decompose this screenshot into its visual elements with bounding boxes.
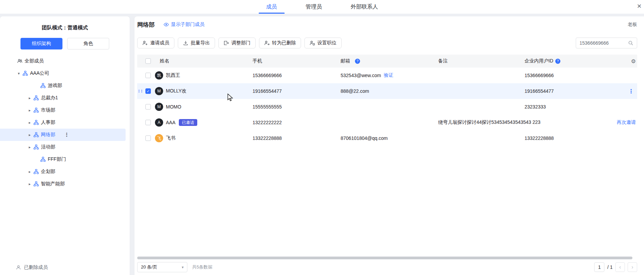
tab-admins[interactable]: 管理员 — [296, 0, 332, 14]
tree-item-label: 游戏部 — [48, 83, 62, 89]
department-icon — [33, 132, 40, 138]
current-page-input[interactable]: 1 — [594, 262, 604, 272]
search-icon[interactable] — [628, 40, 633, 46]
person-badge-icon — [310, 40, 315, 46]
table-row[interactable]: A AAA 已邀请 13222222222 绕弯儿翁探讨探讨44探讨534534… — [137, 115, 637, 130]
more-icon[interactable]: ⋮ — [64, 132, 69, 138]
chevron-right-icon: › — [631, 264, 633, 270]
tree-item-hr-dept[interactable]: ▸ 人事部 — [0, 116, 126, 129]
drag-handle-icon[interactable]: ⋮⋮ — [137, 89, 144, 93]
show-sub-department-toggle[interactable]: 显示子部门成员 — [163, 21, 204, 28]
tree-item-fff-dept[interactable]: FFF部门 — [0, 153, 126, 165]
caret-down-icon[interactable]: ▾ — [16, 71, 22, 76]
deleted-members-entry[interactable]: 已删除成员 — [0, 260, 130, 275]
search-input[interactable] — [579, 40, 625, 46]
scrollbar-thumb[interactable] — [137, 257, 632, 259]
chevron-left-icon: ‹ — [619, 264, 621, 270]
tree-item-label: 人事部 — [41, 119, 55, 126]
total-count-label: 共5条数据 — [192, 264, 212, 270]
reinvite-link[interactable]: 再次邀请 — [617, 119, 636, 126]
table-row[interactable]: M MOMO 15555555555 23232333 — [137, 99, 637, 115]
page-title: 网络部 — [137, 21, 155, 29]
tree-item-president-office[interactable]: ▸ 总裁办1 — [0, 92, 126, 104]
main-panel: 网络部 显示子部门成员 老板 — [134, 16, 644, 275]
top-tabs: 成员 管理员 外部联系人 — [257, 0, 388, 14]
row-checkbox[interactable] — [145, 88, 151, 94]
tree-item-aaa-company[interactable]: ▾ AAA公司 — [0, 67, 126, 79]
main-header: 网络部 显示子部门成员 老板 — [137, 16, 637, 33]
close-icon[interactable]: ✕ — [635, 3, 643, 10]
tree-item-planning-dept[interactable]: ▸ 企划部 — [0, 165, 126, 178]
row-checkbox[interactable] — [145, 120, 151, 125]
tree-item-activity-dept[interactable]: ▸ 活动部 — [0, 141, 126, 153]
table-row[interactable]: ⋮⋮ M MOLLY改 19166554477 888@22.com 19166… — [137, 83, 637, 99]
caret-right-icon[interactable]: ▸ — [27, 108, 33, 113]
eye-icon — [163, 22, 169, 27]
member-phone: 13322228888 — [253, 135, 341, 141]
member-phone: 13222222222 — [253, 120, 341, 125]
row-checkbox[interactable] — [145, 73, 151, 78]
department-icon — [33, 107, 40, 113]
row-checkbox[interactable] — [145, 135, 151, 141]
help-icon[interactable]: ? — [555, 59, 560, 64]
row-more-icon[interactable]: ⋮ — [626, 88, 636, 95]
tree-item-smart-capacity-dept[interactable]: ▸ 智能产能部 — [0, 178, 126, 190]
help-icon[interactable]: ? — [355, 59, 360, 64]
invite-member-label: 邀请成员 — [150, 40, 169, 46]
owner-label: 老板 — [628, 21, 637, 28]
tree-item-game-dept[interactable]: 游戏部 — [0, 79, 126, 92]
tab-members[interactable]: 成员 — [257, 0, 287, 14]
caret-right-icon[interactable]: ▸ — [27, 133, 33, 137]
adjust-department-button[interactable]: 调整部门 — [218, 38, 256, 48]
row-checkbox[interactable] — [145, 104, 151, 110]
tree-item-label: 总裁办1 — [41, 95, 58, 101]
page-size-select[interactable]: 20 条/页 ▾ — [137, 262, 187, 272]
department-icon — [33, 181, 40, 187]
tree-item-all-members[interactable]: 全部成员 — [0, 55, 126, 67]
member-name: MOMO — [166, 104, 181, 110]
tree-item-label: FFF部门 — [48, 156, 66, 162]
avatar: M — [155, 103, 163, 111]
table-row[interactable]: 飞 飞书 13322228888 8706101804@qq.com 13322… — [137, 130, 637, 146]
tree-item-label: 网络部 — [41, 132, 55, 138]
column-header-email: 邮箱 ? — [341, 58, 438, 64]
select-all-checkbox[interactable] — [145, 58, 151, 64]
caret-right-icon[interactable]: ▸ — [27, 120, 33, 125]
tab-external-contacts[interactable]: 外部联系人 — [341, 0, 388, 14]
next-page-button[interactable]: › — [628, 262, 637, 272]
tree-item-label: 企划部 — [41, 169, 55, 175]
member-management-window: 成员 管理员 外部联系人 ✕ 团队模式：普通模式 组织架构 角色 — [0, 0, 644, 275]
members-table: 姓名 手机 邮箱 ? 备注 企业内用户ID ? ⚙ — [137, 55, 637, 146]
member-email-cell: 532543@wew.com 验证 — [341, 72, 438, 78]
tree-item-market-dept[interactable]: ▸ 市场部 — [0, 104, 126, 116]
tab-admins-label: 管理员 — [306, 3, 322, 11]
deleted-members-label: 已删除成员 — [24, 264, 48, 271]
member-phone: 15366669666 — [253, 73, 341, 78]
tree-item-label: AAA公司 — [30, 70, 49, 76]
caret-right-icon[interactable]: ▸ — [27, 182, 33, 186]
column-header-user-id: 企业内用户ID ? — [525, 58, 603, 64]
table-row[interactable]: 凯 凯西王 15366669666 532543@wew.com 验证 1536… — [137, 68, 637, 83]
tree-item-label: 全部成员 — [25, 58, 44, 64]
segment-roles[interactable]: 角色 — [67, 38, 109, 49]
tree-item-network-dept[interactable]: ▸ 网络部 ⋮ — [0, 129, 126, 141]
batch-export-button[interactable]: 批量导出 — [178, 38, 215, 48]
column-settings-icon[interactable]: ⚙ — [631, 58, 636, 64]
verify-email-link[interactable]: 验证 — [384, 72, 393, 78]
caret-right-icon[interactable]: ▸ — [27, 170, 33, 174]
invite-member-button[interactable]: 邀请成员 — [137, 38, 174, 48]
member-user-id: 13322228888 — [525, 135, 603, 141]
toolbar: 邀请成员 批量导出 调整部门 — [137, 38, 637, 48]
segment-org-structure[interactable]: 组织架构 — [20, 38, 62, 49]
table-empty-space — [137, 146, 637, 257]
set-position-button[interactable]: 设置职位 — [304, 38, 342, 48]
convert-to-deleted-button[interactable]: 转为已删除 — [259, 38, 301, 48]
show-sub-department-label: 显示子部门成员 — [171, 21, 204, 28]
member-phone: 15555555555 — [253, 104, 341, 110]
prev-page-button[interactable]: ‹ — [615, 262, 625, 272]
caret-right-icon[interactable]: ▸ — [27, 96, 33, 100]
department-icon — [33, 120, 40, 125]
member-user-id: 23232333 — [525, 104, 603, 110]
caret-right-icon[interactable]: ▸ — [27, 145, 33, 149]
sidebar-segments: 组织架构 角色 — [0, 38, 130, 49]
